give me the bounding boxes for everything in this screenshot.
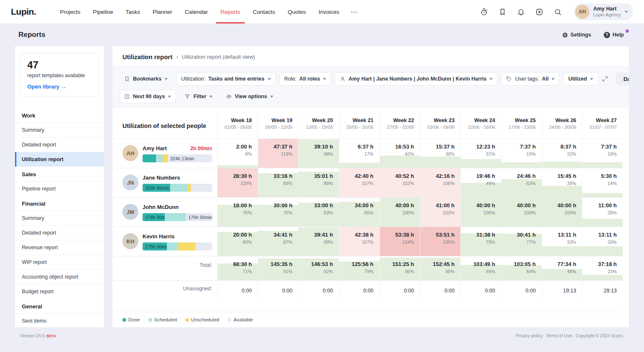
utilization-cell: 146:53 h92% (298, 256, 339, 280)
utilization-cell: 125:56 h79% (339, 256, 379, 280)
cell-hours: 152:45 h (422, 261, 455, 267)
bar-segment-label: 203h 45min (143, 185, 170, 190)
role-dropdown[interactable]: Role:All roles (279, 72, 332, 86)
table-row-amy-hart: AHAmy Hart2h 00min324h 13min2:00 h8%47:3… (112, 138, 623, 168)
unassigned-hours: 0:00 (341, 286, 374, 294)
utilization-dropdown[interactable]: Utilization:Tasks and time entries (176, 72, 276, 86)
week-label: Week 21 (341, 117, 374, 123)
user-tags-dropdown[interactable]: User tags:All (501, 72, 560, 86)
nav-more-button[interactable]: ⋯ (345, 8, 363, 16)
cell-percent: 99% (300, 240, 333, 245)
nav-item-planner[interactable]: Planner (146, 0, 179, 23)
utilization-cell: 15:37 h39% (420, 139, 461, 168)
sidebar-item-revenue-report[interactable]: Revenue report (15, 240, 104, 255)
fullscreen-icon[interactable] (602, 76, 608, 82)
nav-item-contacts[interactable]: Contacts (247, 0, 281, 23)
cell-hours: 12:23 h (462, 143, 495, 150)
nav-item-reports[interactable]: Reports (214, 0, 247, 23)
open-library-link[interactable]: Open library → (27, 83, 92, 90)
week-dates: 24/06 - 30/06 (544, 125, 576, 130)
terms-link[interactable]: Terms of Use. (546, 333, 573, 338)
reports-sidebar: 47 report templates available Open libra… (15, 46, 104, 327)
bar-segment-unscheduled (187, 184, 190, 192)
cell-hours: 15:45 h (544, 173, 576, 179)
utilization-cell: 35:01 h88% (298, 168, 339, 197)
timer-icon[interactable] (480, 8, 488, 16)
utilization-cell: 6:37 h17% (339, 139, 379, 168)
sidebar-item-utilization-report[interactable]: Utilization report (15, 152, 104, 167)
utilization-cell: 13:11 h33% (542, 227, 582, 256)
cell-percent: 91% (260, 269, 293, 274)
week-label: Week 27 (584, 117, 617, 123)
cell-percent: 95% (422, 269, 455, 274)
tag-icon (506, 76, 512, 82)
sidebar-item-pipeline-report[interactable]: Pipeline report (15, 181, 104, 196)
table-title: Utilization of selected people (112, 112, 217, 138)
avatar: JM (122, 204, 138, 220)
user-org: Lupin Agency (593, 12, 621, 18)
utilization-cell: 42:16 h106% (420, 168, 461, 197)
unassigned-cell: 0:00 (420, 281, 461, 299)
cell-hours: 53:38 h (382, 232, 414, 238)
sidebar-item-wip-report[interactable]: WIP report (15, 255, 104, 269)
bookmarks-dropdown[interactable]: Bookmarks (119, 72, 173, 86)
utilization-cell: 40:00 h100% (542, 198, 582, 227)
week-dates: 13/05 - 19/05 (300, 125, 333, 130)
user-menu[interactable]: AH Amy Hart Lupin Agency (574, 3, 633, 20)
search-icon[interactable] (554, 8, 562, 16)
app-logo: Lupin. (11, 7, 36, 17)
sidebar-item-summary[interactable]: Summary (15, 211, 104, 225)
nav-item-projects[interactable]: Projects (54, 0, 87, 23)
settings-button[interactable]: ⚙ Settings (562, 32, 591, 38)
nav-item-quotes[interactable]: Quotes (281, 0, 312, 23)
report-title: Utilization report (122, 53, 172, 60)
sidebar-item-budget-report[interactable]: Budget report (15, 284, 104, 299)
cell-percent: 42% (382, 151, 414, 156)
bookmark-icon[interactable] (499, 8, 507, 16)
cell-hours: 103:49 h (462, 261, 495, 267)
nav-item-tasks[interactable]: Tasks (119, 0, 147, 23)
sidebar-item-sent-items[interactable]: Sent items (15, 313, 104, 327)
cell-percent: 79% (462, 240, 495, 245)
nav-item-calendar[interactable]: Calendar (179, 0, 214, 23)
report-view-name[interactable]: Utilization report (default view) (182, 54, 255, 60)
legend-label: Scheduled (154, 317, 177, 322)
utilization-cell: 37:18 h23% (582, 256, 623, 280)
people-dropdown[interactable]: Amy Hart | Jane Numbers | John McDunn | … (335, 72, 498, 86)
sidebar-item-detailed-report[interactable]: Detailed report (15, 137, 104, 152)
date-range-dropdown[interactable]: Next 90 days (119, 90, 176, 103)
week-header-week-18: Week 1801/05 - 05/05 (217, 112, 258, 138)
cell-hours: 33:00 h (300, 202, 333, 209)
report-nav-list: WorkSummaryDetailed reportUtilization re… (15, 108, 104, 327)
cell-hours: 40:00 h (462, 202, 495, 209)
utilization-cell: 12:23 h31% (460, 139, 501, 168)
sidebar-item-summary[interactable]: Summary (15, 123, 104, 137)
granularity-days[interactable]: Days (616, 73, 629, 86)
cell-hours: 13:11 h (584, 232, 617, 238)
unassigned-cell: 0:00 (258, 281, 299, 299)
view-options-dropdown[interactable]: View options (221, 90, 278, 103)
notifications-icon[interactable] (517, 8, 525, 16)
nav-item-invoices[interactable]: Invoices (312, 0, 346, 23)
bar-segment-available (191, 184, 212, 192)
utilized-dropdown[interactable]: Utilized (563, 72, 598, 86)
sidebar-item-detailed-report[interactable]: Detailed report (15, 225, 104, 240)
week-header-week-26: Week 2624/06 - 30/06 (542, 112, 582, 138)
privacy-link[interactable]: Privacy policy. (516, 333, 543, 338)
nav-item-pipeline[interactable]: Pipeline (87, 0, 119, 23)
bar-segment-label: 175h 00min (143, 244, 167, 249)
unassigned-cell: 0:00 (460, 281, 501, 299)
week-label: Week 24 (462, 117, 495, 123)
person-name: Jane Numbers (143, 175, 180, 181)
bookmark-icon (124, 76, 130, 82)
filter-dropdown[interactable]: Filter (179, 90, 218, 103)
add-icon[interactable] (535, 8, 544, 16)
top-nav: Lupin. ProjectsPipelineTasksPlannerCalen… (0, 0, 644, 23)
cell-percent: 83% (260, 181, 293, 186)
legend-label: Available (234, 317, 253, 322)
cell-percent: 33% (584, 240, 617, 245)
help-button[interactable]: ? Help (604, 32, 624, 38)
cell-hours: 30:00 h (260, 202, 293, 209)
sidebar-item-accounting-object-report[interactable]: Accounting object report (15, 269, 104, 284)
cell-hours: 34:41 h (260, 232, 293, 238)
